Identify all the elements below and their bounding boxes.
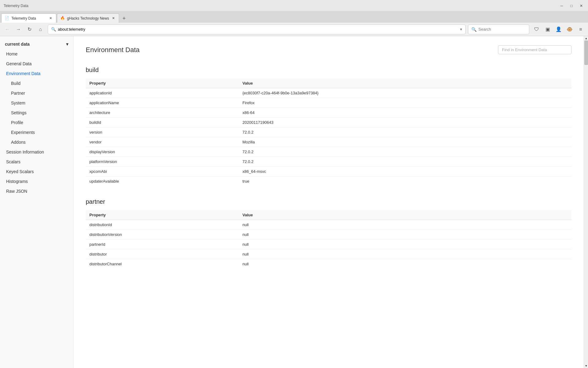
table-row: architecturex86-64 xyxy=(86,108,571,118)
scrollbar-up[interactable]: ▲ xyxy=(584,36,588,40)
col-value-partner: Value xyxy=(239,210,571,220)
sidebar-item-partner[interactable]: Partner xyxy=(0,88,73,98)
browser-scrollbar[interactable]: ▲ ▼ xyxy=(584,36,588,368)
table-row: version72.0.2 xyxy=(86,127,571,137)
page-title: Environment Data xyxy=(86,46,140,54)
property-cell: displayVersion xyxy=(86,147,239,157)
scrollbar-thumb[interactable] xyxy=(584,40,588,65)
table-row: platformVersion72.0.2 xyxy=(86,157,571,167)
property-cell: architecture xyxy=(86,108,239,118)
value-cell: null xyxy=(239,259,571,269)
new-tab-button[interactable]: + xyxy=(120,14,128,23)
close-button[interactable]: ✕ xyxy=(577,2,586,10)
section-partner: partnerPropertyValuedistributionIdnulldi… xyxy=(86,198,571,269)
search-input[interactable] xyxy=(478,27,521,32)
table-row: distributorChannelnull xyxy=(86,259,571,269)
value-cell: true xyxy=(239,176,571,186)
shield-button[interactable]: 🛡 xyxy=(532,25,541,34)
property-cell: distributor xyxy=(86,249,239,259)
table-row: distributionVersionnull xyxy=(86,230,571,240)
property-cell: distributorChannel xyxy=(86,259,239,269)
col-property-build: Property xyxy=(86,78,239,88)
value-cell: {ec8030f7-c20a-464f-9b0e-13a3a9e97384} xyxy=(239,88,571,98)
property-cell: updaterAvailable xyxy=(86,176,239,186)
address-search-icon: 🔍 xyxy=(51,27,56,32)
property-cell: distributionVersion xyxy=(86,230,239,240)
table-row: distributionIdnull xyxy=(86,220,571,230)
sidebar-item-raw-json[interactable]: Raw JSON xyxy=(0,186,73,196)
tab-favicon-ghacks: 🔥 xyxy=(60,16,65,21)
section-title-build: build xyxy=(86,66,571,74)
property-cell: platformVersion xyxy=(86,157,239,167)
current-data-chevron: ▾ xyxy=(66,42,68,47)
sidebar-item-profile[interactable]: Profile xyxy=(0,118,73,127)
table-row: buildId20200117190643 xyxy=(86,118,571,127)
table-row: vendorMozilla xyxy=(86,137,571,147)
property-cell: partnerId xyxy=(86,240,239,249)
table-row: distributornull xyxy=(86,249,571,259)
sidebar-item-environment-data[interactable]: Environment Data xyxy=(0,69,73,78)
sidebar-item-keyed-scalars[interactable]: Keyed Scalars xyxy=(0,167,73,176)
window-title: Telemetry Data xyxy=(2,4,28,8)
find-input[interactable] xyxy=(498,45,571,54)
col-value-build: Value xyxy=(239,78,571,88)
value-cell: 72.0.2 xyxy=(239,127,571,137)
sidebar-item-scalars[interactable]: Scalars xyxy=(0,157,73,167)
sidebar-item-general-data[interactable]: General Data xyxy=(0,59,73,69)
property-cell: vendor xyxy=(86,137,239,147)
refresh-button[interactable]: ↻ xyxy=(24,25,34,34)
forward-button[interactable]: → xyxy=(13,25,23,34)
value-cell: x86_64-msvc xyxy=(239,167,571,176)
value-cell: 72.0.2 xyxy=(239,157,571,167)
sidebar-item-build[interactable]: Build xyxy=(0,78,73,88)
tab-title-ghacks: gHacks Technology News xyxy=(67,16,109,21)
minimize-button[interactable]: ─ xyxy=(557,2,566,10)
tab-close-telemetry[interactable]: ✕ xyxy=(48,16,53,21)
content-area: Environment Data buildPropertyValueappli… xyxy=(73,36,584,368)
table-build: PropertyValueapplicationId{ec8030f7-c20a… xyxy=(86,78,571,186)
table-partner: PropertyValuedistributionIdnulldistribut… xyxy=(86,210,571,269)
maximize-button[interactable]: □ xyxy=(567,2,576,10)
tab-favicon-telemetry: 📄 xyxy=(5,16,9,21)
value-cell: 72.0.2 xyxy=(239,147,571,157)
scrollbar-down[interactable]: ▼ xyxy=(584,364,588,368)
sidebar-button[interactable]: ▣ xyxy=(543,25,552,34)
back-button[interactable]: ← xyxy=(2,25,12,34)
sidebar-item-settings[interactable]: Settings xyxy=(0,108,73,118)
sidebar-item-experiments[interactable]: Experiments xyxy=(0,127,73,137)
sidebar-item-histograms[interactable]: Histograms xyxy=(0,176,73,186)
value-cell: null xyxy=(239,249,571,259)
value-cell: null xyxy=(239,220,571,230)
value-cell: x86-64 xyxy=(239,108,571,118)
table-row: applicationNameFirefox xyxy=(86,98,571,108)
table-row: updaterAvailabletrue xyxy=(86,176,571,186)
sidebar-item-session-information[interactable]: Session Information xyxy=(0,147,73,157)
tab-close-ghacks[interactable]: ✕ xyxy=(111,16,116,21)
table-row: displayVersion72.0.2 xyxy=(86,147,571,157)
tab-ghacks[interactable]: 🔥 gHacks Technology News ✕ xyxy=(57,13,119,23)
sidebar-item-system[interactable]: System xyxy=(0,98,73,108)
section-title-partner: partner xyxy=(86,198,571,205)
value-cell: Firefox xyxy=(239,98,571,108)
sidebar-item-addons[interactable]: Addons xyxy=(0,137,73,147)
property-cell: buildId xyxy=(86,118,239,127)
account-button[interactable]: 👤 xyxy=(554,25,564,34)
current-data-label: current data xyxy=(5,42,30,47)
table-row: applicationId{ec8030f7-c20a-464f-9b0e-13… xyxy=(86,88,571,98)
property-cell: applicationName xyxy=(86,98,239,108)
table-row: partnerIdnull xyxy=(86,240,571,249)
tab-telemetry-data[interactable]: 📄 Telemetry Data ✕ xyxy=(1,13,56,23)
sidebar-item-home[interactable]: Home xyxy=(0,49,73,59)
search-bar[interactable]: 🔍 xyxy=(468,25,529,34)
search-icon: 🔍 xyxy=(471,27,477,32)
address-bar[interactable]: 🔍 ▾ xyxy=(48,25,466,34)
value-cell: 20200117190643 xyxy=(239,118,571,127)
home-button[interactable]: ⌂ xyxy=(36,25,45,34)
address-input[interactable] xyxy=(58,27,458,32)
table-row: xpcomAbix86_64-msvc xyxy=(86,167,571,176)
address-dropdown-icon[interactable]: ▾ xyxy=(460,27,462,32)
monkey-button[interactable]: 🐵 xyxy=(565,25,575,34)
menu-button[interactable]: ≡ xyxy=(576,25,586,34)
current-data-header[interactable]: current data ▾ xyxy=(0,39,73,49)
value-cell: null xyxy=(239,240,571,249)
